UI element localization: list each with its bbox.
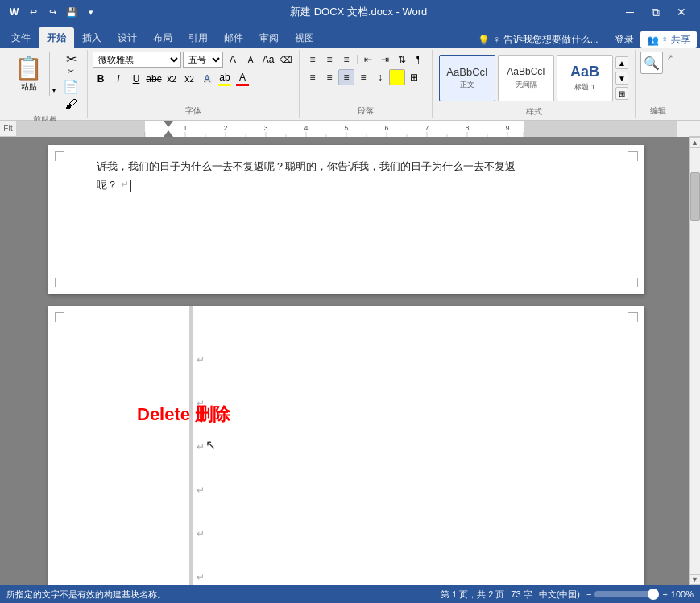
paragraph-content: ≡ ≡ ≡ ⇤ ⇥ ⇅ ¶ ≡ ≡ ≡ ≡ ↕ ⊞ [304, 50, 427, 105]
zoom-in-btn[interactable]: + [662, 589, 667, 599]
format-painter-btn[interactable]: 🖌 [60, 97, 82, 113]
strikethrough-btn[interactable]: abc [146, 71, 162, 87]
share-btn[interactable]: 👥 ♀ 共享 [640, 31, 697, 48]
people-icon: 👥 [647, 35, 659, 46]
tab-home[interactable]: 开始 [39, 27, 74, 48]
align-center-btn[interactable]: ≡ [321, 69, 338, 85]
font-color-btn[interactable]: A [234, 71, 251, 87]
font-color-icon: A [239, 72, 246, 83]
horizontal-ruler: 1 2 3 4 5 6 7 8 9 [16, 121, 689, 137]
find-replace-btn[interactable]: 🔍 [640, 52, 663, 74]
underline-btn[interactable]: U [128, 71, 144, 87]
align-justify-btn[interactable]: ≡ [355, 69, 371, 85]
ribbon-group-font: 微软雅黑 五号 A A Aa ⌫ B I U abc x2 x2 A [88, 50, 300, 118]
status-message: 所指定的文字不是有效的构建基块名称。 [6, 589, 166, 601]
cut-btn[interactable]: ✂ ✂ [60, 52, 82, 77]
tab-review[interactable]: 审阅 [251, 27, 287, 48]
para-mark-last: ↵ [197, 572, 205, 583]
tab-insert[interactable]: 插入 [74, 27, 110, 48]
page1-content: 诉我，我们的日子为什么一去不复返呢？聪明的，你告诉我，我们的日子为什么一去不复返… [48, 145, 644, 203]
style-h1-label: 标题 1 [574, 82, 595, 93]
editing-expand-btn[interactable]: ↗ [665, 52, 676, 63]
bullet-list-btn[interactable]: ≡ [304, 52, 321, 68]
scroll-thumb[interactable] [690, 172, 700, 221]
highlight-btn[interactable]: ab [217, 71, 233, 87]
font-name-select[interactable]: 微软雅黑 [93, 52, 181, 68]
styles-down-btn[interactable]: ▼ [615, 72, 628, 85]
line-spacing-btn[interactable]: ↕ [372, 69, 388, 85]
scroll-up-btn[interactable]: ▲ [690, 137, 701, 148]
tab-layout[interactable]: 布局 [145, 27, 180, 48]
ribbon-body: 📋 粘贴 ▾ ✂ ✂ 📄 🖌 剪贴板 [0, 48, 700, 121]
word-count[interactable]: 73 字 [511, 589, 532, 601]
style-normal[interactable]: AaBbCcI 正文 [439, 55, 495, 101]
zoom-thumb [648, 589, 659, 600]
ribbon-search[interactable]: 💡 ♀ 告诉我您想要做什么... [471, 31, 604, 48]
tab-mail[interactable]: 邮件 [216, 27, 251, 48]
tab-references[interactable]: 引用 [180, 27, 216, 48]
style-h1[interactable]: AaB 标题 1 [557, 55, 613, 101]
tab-design[interactable]: 设计 [110, 27, 145, 48]
cut-icon: ✂ [66, 53, 77, 66]
tab-file[interactable]: 文件 [3, 27, 39, 48]
doc-scroll-area[interactable]: 诉我，我们的日子为什么一去不复返呢？聪明的，你告诉我，我们的日子为什么一去不复返… [0, 137, 689, 585]
styles-up-btn[interactable]: ▲ [615, 56, 628, 69]
align-left-btn[interactable]: ≡ [304, 69, 321, 85]
sort-btn[interactable]: ⇅ [394, 52, 410, 68]
zoom-level[interactable]: 100% [671, 589, 694, 599]
login-btn[interactable]: 登录 [608, 31, 640, 48]
paste-btn[interactable]: 📋 粘贴 [8, 52, 49, 96]
redo-btn[interactable]: ↪ [44, 4, 60, 20]
copy-btn[interactable]: 📄 [60, 79, 82, 95]
italic-btn[interactable]: I [110, 71, 126, 87]
border-btn[interactable]: ⊞ [406, 69, 422, 85]
font-size-select[interactable]: 五号 [183, 52, 223, 68]
zoom-group: − + 100% [586, 589, 694, 599]
styles-arrow-group: ▲ ▼ ⊞ [615, 55, 628, 101]
svg-text:2: 2 [223, 124, 227, 132]
restore-btn[interactable]: ⧉ [644, 4, 668, 20]
show-marks-btn[interactable]: ¶ [411, 52, 427, 68]
search-text: ♀ 告诉我您想要做什么... [493, 33, 598, 47]
styles-expand-btn[interactable]: ⊞ [615, 87, 628, 100]
shading-btn[interactable] [389, 69, 405, 85]
paste-icon: 📋 [14, 55, 43, 81]
save-quick-btn[interactable]: 💾 [64, 4, 80, 20]
scroll-down-btn[interactable]: ▼ [690, 574, 701, 585]
mouse-cursor: ↖ [205, 437, 216, 452]
paste-dropdown-btn[interactable]: ▾ [49, 52, 58, 96]
scroll-track[interactable] [690, 148, 700, 574]
undo-btn[interactable]: ↩ [25, 4, 41, 20]
ribbon-group-styles: AaBbCcI 正文 AaBbCcI 无间隔 AaB 标题 1 ▲ ▼ ⊞ 样式 [433, 50, 636, 118]
customize-qat-btn[interactable]: ▾ [83, 4, 99, 20]
close-btn[interactable]: ✕ [669, 4, 694, 20]
superscript-btn[interactable]: x2 [181, 71, 197, 87]
lang-indicator[interactable]: 中文(中国) [539, 589, 580, 601]
increase-indent-btn[interactable]: ⇥ [377, 52, 393, 68]
zoom-out-btn[interactable]: − [586, 589, 591, 599]
document-title: 新建 DOCX 文档.docx - Word [99, 5, 618, 19]
text-effects-btn[interactable]: A [199, 71, 215, 87]
fit-indicator: FIt [3, 124, 13, 133]
change-case-btn[interactable]: Aa [260, 52, 276, 68]
font-grow-btn[interactable]: A [225, 52, 241, 68]
multilevel-list-btn[interactable]: ≡ [338, 52, 354, 68]
tab-view[interactable]: 视图 [287, 27, 322, 48]
svg-text:1: 1 [183, 124, 187, 132]
style-nospace[interactable]: AaBbCcI 无间隔 [498, 55, 554, 101]
clear-format-btn[interactable]: ⌫ [278, 52, 294, 68]
editing-label: 编辑 [640, 105, 676, 118]
page2-corner-tr [628, 312, 638, 322]
subscript-btn[interactable]: x2 [164, 71, 180, 87]
minimize-btn[interactable]: ─ [618, 4, 642, 20]
decrease-indent-btn[interactable]: ⇤ [360, 52, 376, 68]
bold-btn[interactable]: B [93, 71, 109, 87]
align-right-btn[interactable]: ≡ [338, 69, 354, 85]
zoom-slider[interactable] [594, 591, 659, 597]
divider-1 [357, 55, 358, 64]
highlight-icon: ab [219, 72, 230, 83]
page-indicator[interactable]: 第 1 页，共 2 页 [441, 589, 504, 601]
font-shrink-btn[interactable]: A [242, 52, 259, 68]
num-list-btn[interactable]: ≡ [321, 52, 338, 68]
ruler-corner[interactable]: FIt [0, 124, 16, 133]
